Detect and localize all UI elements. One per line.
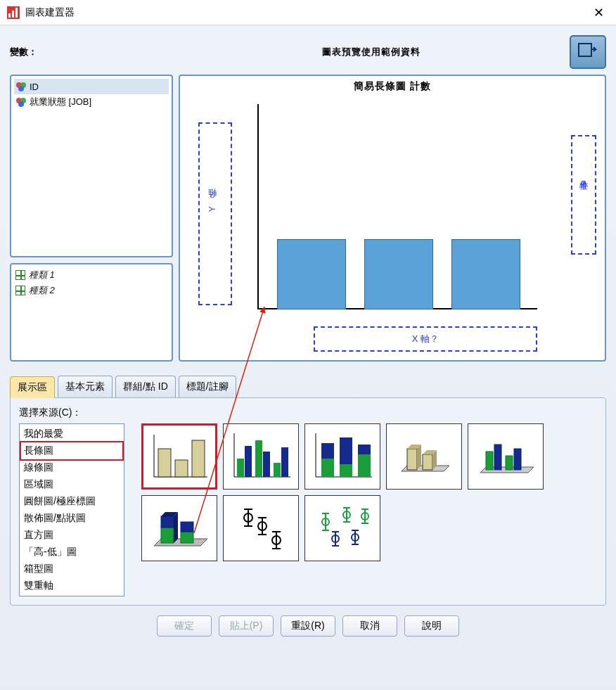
source-item-hilow[interactable]: 「高-低」圖 — [21, 544, 122, 561]
variable-item[interactable]: 就業狀態 [JOB] — [14, 94, 169, 110]
variables-label: 變數： — [10, 46, 173, 58]
variable-label: ID — [30, 82, 39, 92]
x-axis-drop-zone[interactable]: X 軸？ — [314, 326, 537, 352]
panel-grip[interactable] — [75, 263, 110, 264]
svg-rect-3 — [15, 8, 18, 18]
source-item-area[interactable]: 區域圖 — [21, 476, 122, 493]
element-properties-button[interactable] — [570, 35, 606, 69]
svg-rect-30 — [340, 437, 352, 464]
app-icon — [7, 6, 20, 19]
svg-rect-29 — [340, 464, 352, 477]
y-axis-drop-zone[interactable] — [198, 122, 232, 305]
source-item-histogram[interactable]: 直方圖 — [21, 527, 122, 544]
source-item-pie[interactable]: 圓餅圖/極座標圖 — [21, 493, 122, 510]
svg-rect-37 — [423, 454, 432, 470]
gallery-grid — [141, 423, 597, 561]
x-axis-drop-label: X 軸？ — [412, 333, 439, 345]
svg-rect-42 — [494, 445, 501, 470]
tab-panel-gallery: 選擇來源(C)： 我的最愛 長條圖 線條圖 區域圖 圓餅圖/極座標圖 散佈圖/點… — [10, 397, 606, 606]
category-item[interactable]: 種類 2 — [14, 283, 169, 298]
svg-rect-2 — [12, 11, 14, 18]
paste-button[interactable]: 貼上(P) — [219, 615, 274, 637]
source-item-dualaxis[interactable]: 雙重軸 — [21, 577, 122, 594]
y-axis-drop-label: Y 軸？ — [207, 196, 219, 212]
nominal-icon — [15, 81, 27, 92]
tab-gallery[interactable]: 展示區 — [10, 376, 55, 398]
svg-rect-50 — [181, 532, 193, 543]
svg-rect-20 — [245, 446, 252, 477]
svg-rect-51 — [181, 522, 193, 532]
tab-basic-elements[interactable]: 基本元素 — [58, 376, 113, 397]
svg-rect-43 — [506, 456, 513, 470]
source-item-favorites[interactable]: 我的最愛 — [21, 426, 122, 442]
svg-marker-49 — [174, 512, 178, 543]
source-item-bar[interactable]: 長條圖 — [20, 441, 124, 461]
stack-drop-label: 堆疊？ — [577, 174, 589, 183]
source-item-boxplot[interactable]: 箱型圖 — [21, 561, 122, 577]
svg-rect-31 — [358, 454, 371, 477]
variables-list[interactable]: ID 就業狀態 [JOB] — [10, 75, 173, 257]
category-label: 種類 1 — [29, 269, 55, 281]
tab-strip: 展示區 基本元素 群組/點 ID 標題/註腳 — [10, 376, 606, 397]
svg-rect-28 — [321, 443, 334, 459]
variable-item[interactable]: ID — [14, 79, 169, 94]
svg-rect-4 — [579, 44, 591, 56]
close-button[interactable]: ✕ — [588, 2, 609, 23]
chart-title: 簡易長條圖 計數 — [184, 80, 601, 93]
svg-rect-16 — [192, 440, 205, 477]
gallery-stacked-bar[interactable] — [304, 423, 380, 490]
category-item[interactable]: 種類 1 — [14, 267, 169, 283]
gallery-simple-bar[interactable] — [141, 423, 217, 490]
svg-rect-44 — [514, 449, 521, 470]
svg-rect-41 — [486, 452, 493, 470]
svg-marker-36 — [417, 445, 421, 470]
svg-rect-15 — [175, 460, 188, 477]
svg-rect-27 — [321, 459, 334, 477]
category-icon — [15, 286, 25, 295]
svg-rect-32 — [358, 445, 371, 454]
svg-rect-1 — [8, 13, 11, 18]
source-item-scatter[interactable]: 散佈圖/點狀圖 — [21, 510, 122, 527]
cancel-button[interactable]: 取消 — [342, 615, 397, 637]
window-title: 圖表建置器 — [25, 6, 75, 19]
svg-rect-22 — [263, 452, 270, 477]
svg-rect-46 — [161, 528, 174, 543]
preview-bar-chart — [257, 104, 537, 309]
gallery-3d-bar[interactable] — [386, 423, 462, 490]
ok-button[interactable]: 確定 — [157, 615, 212, 637]
gallery-3d-stacked[interactable] — [141, 495, 217, 561]
gallery-error-bar-simple[interactable] — [223, 495, 299, 561]
categories-list[interactable]: 種類 1 種類 2 — [10, 263, 173, 362]
gallery-3d-clustered[interactable] — [468, 423, 544, 490]
gallery-clustered-bar[interactable] — [223, 423, 299, 490]
dialog-button-row: 確定 貼上(P) 重設(R) 取消 說明 — [10, 606, 606, 638]
chart-preview[interactable]: 簡易長條圖 計數 Y 軸？ 堆疊？ X 軸？ — [179, 75, 606, 362]
svg-rect-19 — [237, 459, 244, 477]
choose-from-label: 選擇來源(C)： — [19, 407, 597, 419]
svg-rect-24 — [281, 447, 288, 477]
gallery-error-bar-clustered[interactable] — [304, 495, 380, 561]
category-icon — [15, 270, 25, 280]
tab-titles-footnotes[interactable]: 標題/註腳 — [179, 376, 236, 397]
preview-label: 圖表預覽使用範例資料 — [173, 46, 570, 58]
source-item-line[interactable]: 線條圖 — [21, 459, 122, 476]
tab-group-id[interactable]: 群組/點 ID — [115, 376, 176, 397]
stack-drop-zone[interactable] — [571, 135, 596, 255]
svg-rect-23 — [274, 463, 281, 477]
variable-label: 就業狀態 [JOB] — [30, 96, 91, 108]
nominal-icon — [15, 96, 27, 108]
category-label: 種類 2 — [29, 284, 55, 297]
help-button[interactable]: 說明 — [404, 615, 459, 637]
svg-point-7 — [18, 86, 24, 91]
svg-rect-47 — [161, 516, 174, 528]
titlebar: 圖表建置器 ✕ — [0, 0, 616, 25]
svg-rect-21 — [255, 440, 262, 477]
svg-rect-34 — [407, 449, 417, 470]
chart-type-list[interactable]: 我的最愛 長條圖 線條圖 區域圖 圓餅圖/極座標圖 散佈圖/點狀圖 直方圖 「高… — [19, 423, 124, 596]
svg-rect-14 — [158, 449, 171, 477]
reset-button[interactable]: 重設(R) — [281, 615, 335, 637]
dialog-content: 變數： 圖表預覽使用範例資料 ID — [0, 25, 616, 690]
svg-point-10 — [18, 101, 24, 107]
